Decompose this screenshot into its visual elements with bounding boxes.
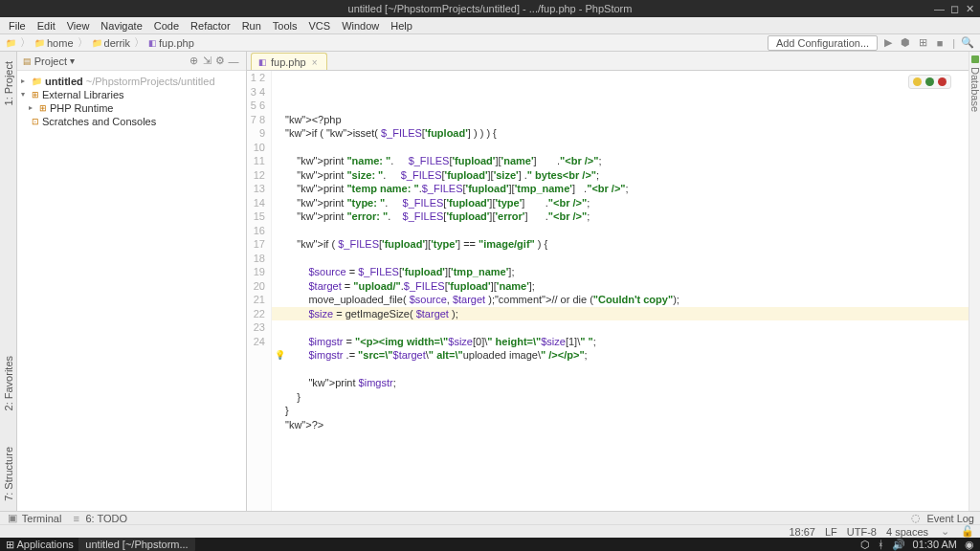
menu-vcs[interactable]: VCS bbox=[304, 20, 336, 32]
window-title: untitled [~/PhpstormProjects/untitled] -… bbox=[348, 3, 633, 14]
menu-refactor[interactable]: Refactor bbox=[186, 20, 235, 32]
taskbar-phpstorm[interactable]: untitled [~/Phpstorm... bbox=[78, 538, 194, 551]
hide-icon[interactable]: — bbox=[227, 55, 240, 68]
folder-icon: 📁 bbox=[34, 38, 45, 48]
coverage-icon[interactable]: ⊞ bbox=[916, 36, 929, 50]
close-icon[interactable]: ✕ bbox=[965, 3, 974, 15]
search-icon[interactable]: 🔍 bbox=[961, 36, 974, 50]
ext-libs-label: External Libraries bbox=[42, 88, 124, 101]
project-panel: ▤ Project ▾ ⊕ ⇲ ⚙ — ▸📁 untitled ~/Phpsto… bbox=[17, 52, 247, 511]
stop-icon[interactable]: ■ bbox=[933, 36, 947, 50]
browser-launchers bbox=[908, 75, 951, 89]
volume-icon[interactable]: 🔊 bbox=[892, 539, 905, 551]
tool-project[interactable]: 1: Project bbox=[2, 57, 15, 109]
window-controls: — ◻ ✕ bbox=[934, 3, 974, 15]
bluetooth-icon[interactable]: ᚼ bbox=[878, 539, 884, 550]
close-tab-icon[interactable]: × bbox=[312, 57, 318, 68]
terminal-icon: ▣ bbox=[6, 512, 19, 525]
menu-edit[interactable]: Edit bbox=[33, 20, 60, 32]
debug-icon[interactable]: ⬢ bbox=[899, 36, 912, 50]
status-caret-pos[interactable]: 18:67 bbox=[789, 526, 815, 538]
tree-scratches[interactable]: ▸⊡ Scratches and Consoles bbox=[19, 115, 244, 128]
tab-fup-php[interactable]: ◧ fup.php × bbox=[251, 53, 327, 70]
left-tool-stripe: 1: Project 2: Favorites 7: Structure bbox=[0, 52, 17, 511]
editor-area: ◧ fup.php × 1 2 3 4 5 6 7 8 9 10 11 12 1… bbox=[247, 52, 969, 511]
editor-tabs: ◧ fup.php × bbox=[247, 52, 969, 71]
project-header[interactable]: Project bbox=[34, 55, 67, 67]
php-runtime-label: PHP Runtime bbox=[50, 101, 113, 115]
bottom-tool-stripe: ▣ Terminal ≡ 6: TODO ◌ Event Log bbox=[0, 511, 980, 524]
status-linesep[interactable]: LF bbox=[825, 526, 837, 538]
target-icon[interactable]: ⊕ bbox=[187, 55, 200, 68]
separator: 〉 bbox=[134, 35, 145, 50]
collapse-icon[interactable]: ⇲ bbox=[200, 55, 213, 68]
event-log-icon: ◌ bbox=[909, 512, 923, 525]
breadcrumb[interactable]: fup.php bbox=[159, 37, 194, 49]
project-tree: ▸📁 untitled ~/PhpstormProjects/untitled … bbox=[17, 71, 246, 132]
root-path: ~/PhpstormProjects/untitled bbox=[86, 75, 215, 88]
tool-favorites[interactable]: 2: Favorites bbox=[2, 352, 15, 414]
tree-root[interactable]: ▸📁 untitled ~/PhpstormProjects/untitled bbox=[19, 75, 244, 88]
lock-icon[interactable]: 🔓 bbox=[961, 525, 974, 539]
code-editor[interactable]: 1 2 3 4 5 6 7 8 9 10 11 12 13 14 15 16 1… bbox=[247, 71, 969, 511]
folder-icon: 📁 bbox=[6, 38, 16, 48]
main-menu: File Edit View Navigate Code Refactor Ru… bbox=[0, 17, 980, 34]
tab-label: fup.php bbox=[271, 56, 306, 68]
opera-icon[interactable] bbox=[938, 77, 947, 86]
gear-icon[interactable]: ⚙ bbox=[213, 55, 227, 68]
clock[interactable]: 01:30 AM bbox=[913, 539, 957, 550]
tool-todo[interactable]: 6: TODO bbox=[85, 513, 127, 524]
add-configuration-button[interactable]: Add Configuration... bbox=[768, 35, 878, 51]
tree-php-runtime[interactable]: ▸⊞ PHP Runtime bbox=[19, 101, 244, 115]
tool-eventlog[interactable]: Event Log bbox=[926, 513, 974, 524]
scratches-label: Scratches and Consoles bbox=[42, 115, 156, 128]
indent-dropdown-icon[interactable]: ⌄ bbox=[938, 525, 951, 539]
menu-file[interactable]: File bbox=[4, 20, 31, 32]
folder-icon: 📁 bbox=[92, 38, 102, 48]
menu-code[interactable]: Code bbox=[149, 20, 184, 32]
code-text[interactable]: "kw"><?php "kw">if ( "kw">isset( $_FILES… bbox=[272, 71, 969, 511]
chrome-icon[interactable] bbox=[913, 77, 922, 86]
separator: | bbox=[952, 37, 955, 49]
user-menu-icon[interactable]: ◉ bbox=[965, 539, 974, 551]
menu-window[interactable]: Window bbox=[337, 20, 384, 32]
inspection-status-icon[interactable] bbox=[971, 55, 979, 63]
maximize-icon[interactable]: ◻ bbox=[949, 3, 959, 15]
menu-view[interactable]: View bbox=[62, 20, 95, 32]
breadcrumb[interactable]: derrik bbox=[104, 37, 131, 49]
menu-run[interactable]: Run bbox=[237, 20, 266, 32]
dropbox-icon[interactable]: ⬡ bbox=[860, 539, 870, 551]
line-gutter: 1 2 3 4 5 6 7 8 9 10 11 12 13 14 15 16 1… bbox=[247, 71, 272, 511]
tool-database[interactable]: Database bbox=[969, 67, 981, 112]
separator: 〉 bbox=[78, 35, 88, 50]
root-name: untitled bbox=[45, 75, 83, 88]
tool-structure[interactable]: 7: Structure bbox=[2, 443, 15, 505]
separator: 〉 bbox=[20, 35, 31, 50]
firefox-icon[interactable] bbox=[925, 77, 934, 86]
run-icon[interactable]: ▶ bbox=[881, 36, 895, 50]
apps-menu[interactable]: ⊞ Applications bbox=[6, 539, 74, 551]
minimize-icon[interactable]: — bbox=[934, 3, 944, 15]
system-taskbar: ⊞ Applications untitled [~/Phpstorm... ⬡… bbox=[0, 538, 980, 551]
todo-icon: ≡ bbox=[70, 512, 83, 525]
right-tool-stripe: Database bbox=[969, 52, 980, 511]
project-icon: ▤ bbox=[23, 56, 32, 66]
menu-help[interactable]: Help bbox=[386, 20, 417, 32]
php-file-icon: ◧ bbox=[148, 38, 157, 48]
menu-navigate[interactable]: Navigate bbox=[96, 20, 146, 32]
php-file-icon: ◧ bbox=[258, 57, 267, 67]
breadcrumb[interactable]: home bbox=[47, 37, 74, 49]
window-titlebar: untitled [~/PhpstormProjects/untitled] -… bbox=[0, 0, 980, 17]
status-encoding[interactable]: UTF-8 bbox=[847, 526, 877, 538]
tool-terminal[interactable]: Terminal bbox=[22, 513, 62, 524]
menu-tools[interactable]: Tools bbox=[268, 20, 302, 32]
status-bar: 18:67 LF UTF-8 4 spaces ⌄ 🔓 bbox=[0, 524, 980, 538]
breadcrumb-bar: 📁 〉 📁 home 〉 📁 derrik 〉 ◧ fup.php Add Co… bbox=[0, 34, 980, 52]
status-indent[interactable]: 4 spaces bbox=[886, 526, 928, 538]
tree-external-libs[interactable]: ▾⊞ External Libraries bbox=[19, 88, 244, 101]
